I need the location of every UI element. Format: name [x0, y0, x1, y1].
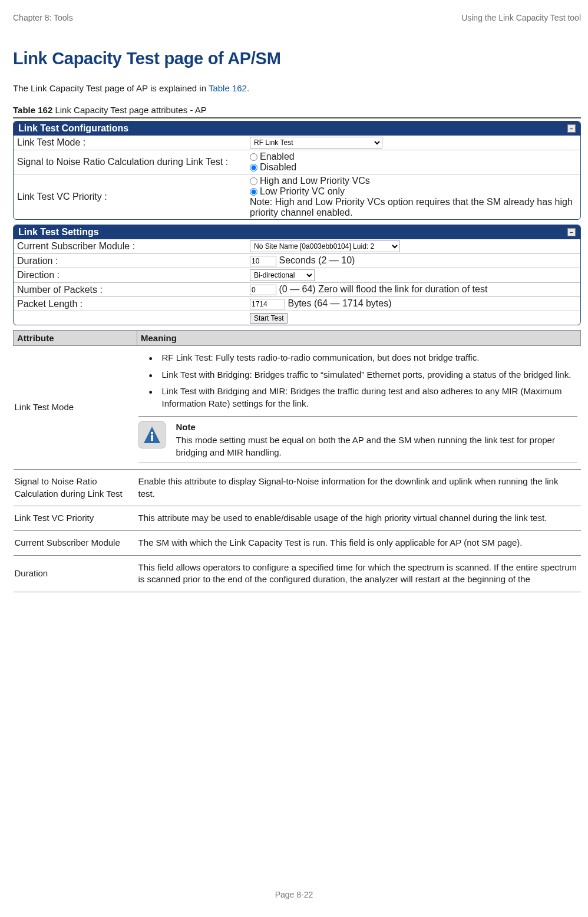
meaning-snr: Enable this attribute to display Signal-… [137, 469, 581, 506]
settings-length-label: Packet Length : [14, 297, 246, 311]
intro-prefix: The Link Capacity Test page of AP is exp… [13, 83, 209, 93]
attr-link-test-mode: Link Test Mode [14, 346, 137, 470]
settings-direction-label: Direction : [14, 268, 246, 283]
note-block: Note This mode setting must be equal on … [138, 416, 577, 463]
vc-low-only-label: Low Priority VC only [260, 186, 345, 197]
svg-rect-2 [151, 435, 153, 441]
duration-suffix: Seconds (2 — 10) [279, 255, 355, 265]
packet-length-input[interactable] [250, 299, 285, 309]
settings-packets-label: Number of Packets : [14, 283, 246, 297]
caption-rule [13, 117, 581, 118]
list-item: Link Test with Bridging: Bridges traffic… [155, 369, 577, 381]
svg-point-1 [150, 432, 153, 434]
table-row: Current Subscriber Module The SM with wh… [14, 530, 581, 555]
config-snr-label: Signal to Noise Ratio Calculation during… [14, 150, 246, 174]
packets-suffix: (0 — 64) Zero will flood the link for du… [279, 284, 487, 294]
panel-header-settings: Link Test Settings − [14, 225, 580, 239]
table-row: Link Test Mode RF Link Test: Fully tests… [14, 346, 581, 470]
caption-label: Table 162 [13, 105, 52, 115]
config-mode-label: Link Test Mode : [14, 136, 246, 150]
snr-enabled-radio[interactable] [250, 153, 257, 161]
snr-disabled-radio[interactable] [250, 164, 257, 171]
intro-paragraph: The Link Capacity Test page of AP is exp… [13, 83, 581, 93]
snr-enabled-label: Enabled [260, 151, 295, 162]
attr-vc: Link Test VC Priority [14, 506, 137, 531]
settings-csm-label: Current Subscriber Module : [14, 239, 246, 254]
snr-disabled-label: Disabled [260, 162, 296, 173]
collapse-icon[interactable]: − [567, 228, 576, 236]
vc-high-low-label: High and Low Priority VCs [260, 176, 370, 186]
intro-suffix: . [247, 83, 249, 93]
header-section: Using the Link Capacity Test tool [461, 13, 581, 22]
panel-header-configurations: Link Test Configurations − [14, 121, 580, 136]
panel-title-configurations: Link Test Configurations [18, 123, 128, 134]
note-text: Note This mode setting must be equal on … [176, 421, 577, 459]
current-subscriber-select[interactable]: No Site Name [0a003ebb0104] Luid: 2 [250, 240, 400, 252]
table-row: Duration This field allows operators to … [14, 555, 581, 592]
collapse-icon[interactable]: − [567, 124, 576, 133]
config-vc-label: Link Test VC Priority : [14, 174, 246, 220]
attr-csm: Current Subscriber Module [14, 530, 137, 555]
duration-input[interactable] [250, 256, 276, 266]
settings-duration-label: Duration : [14, 254, 246, 268]
meaning-csm: The SM with which the Link Capacity Test… [137, 530, 581, 555]
vc-high-low-radio[interactable] [250, 177, 257, 185]
direction-select[interactable]: Bi-directional [250, 269, 315, 281]
table-caption: Table 162 Link Capacity Test page attrib… [13, 105, 581, 115]
panel-link-test-configurations: Link Test Configurations − Link Test Mod… [13, 121, 581, 220]
page-footer: Page 8-22 [0, 890, 588, 899]
list-item: Link Test with Bridging and MIR: Bridges… [155, 385, 577, 410]
caption-rest: Link Capacity Test page attributes - AP [52, 105, 207, 115]
packet-length-suffix: Bytes (64 — 1714 bytes) [288, 298, 391, 308]
meaning-vc: This attribute may be used to enable/dis… [137, 506, 581, 531]
note-body: This mode setting must be equal on both … [176, 435, 555, 457]
panel-title-settings: Link Test Settings [18, 227, 99, 238]
table-cross-reference[interactable]: Table 162 [209, 83, 247, 93]
th-meaning: Meaning [137, 331, 581, 346]
panel-link-test-settings: Link Test Settings − Current Subscriber … [13, 225, 581, 325]
section-title: Link Capacity Test page of AP/SM [13, 49, 581, 68]
attr-snr: Signal to Noise Ratio Calculation during… [14, 469, 137, 506]
table-row: Signal to Noise Ratio Calculation during… [14, 469, 581, 506]
note-title: Note [176, 421, 577, 434]
meaning-duration: This field allows operators to configure… [137, 555, 581, 592]
vc-low-only-radio[interactable] [250, 188, 257, 196]
link-test-mode-select[interactable]: RF Link Test [250, 137, 382, 149]
header-chapter: Chapter 8: Tools [13, 13, 73, 22]
link-test-mode-list: RF Link Test: Fully tests radio-to-radio… [138, 352, 577, 410]
page-header: Chapter 8: Tools Using the Link Capacity… [13, 13, 581, 22]
note-info-icon [138, 421, 166, 448]
list-item: RF Link Test: Fully tests radio-to-radio… [155, 352, 577, 364]
attr-duration: Duration [14, 555, 137, 592]
start-test-button[interactable]: Start Test [250, 313, 288, 324]
th-attribute: Attribute [14, 331, 137, 346]
packets-input[interactable] [250, 285, 276, 295]
attribute-meaning-table: Attribute Meaning Link Test Mode RF Link… [13, 330, 581, 592]
table-row: Link Test VC Priority This attribute may… [14, 506, 581, 531]
vc-note-text: Note: High and Low Priority VCs option r… [250, 197, 577, 218]
